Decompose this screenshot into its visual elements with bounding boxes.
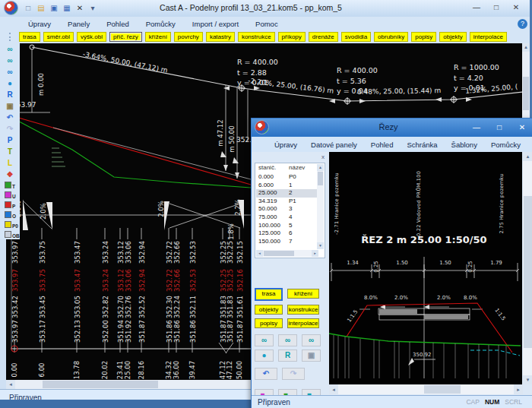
tab-button[interactable]: interpolace <box>470 32 507 42</box>
table-row[interactable]: 125.0006 <box>256 229 317 238</box>
table-row[interactable]: 100.0005 <box>256 222 317 230</box>
layer-ob-icon[interactable]: OB <box>0 229 20 239</box>
layer-p-icon[interactable]: P <box>0 200 20 210</box>
redo-icon[interactable]: ↷ <box>282 368 305 380</box>
tab-button[interactable]: drenáže <box>309 32 338 42</box>
save-icon[interactable]: ▣ <box>49 2 59 14</box>
scroll-up-icon[interactable]: ▲ <box>522 43 530 52</box>
menu-item[interactable]: Šablony <box>445 139 483 150</box>
scroll-thumb[interactable] <box>264 251 294 256</box>
menu-item[interactable]: Pomůcky <box>485 139 527 150</box>
table-row[interactable]: 50.0003 <box>256 205 317 213</box>
points-icon[interactable]: P <box>0 134 20 146</box>
lines-icon[interactable]: L <box>0 157 20 169</box>
scroll-thumb[interactable] <box>424 385 461 394</box>
scroll-thumb[interactable] <box>523 77 529 110</box>
category-button[interactable]: interpolace <box>287 318 319 328</box>
zoom-window-icon[interactable]: ∞ <box>255 334 274 346</box>
app-logo-icon[interactable] <box>4 1 18 15</box>
redo-icon[interactable]: ↷ <box>0 123 20 134</box>
help-icon[interactable]: ? <box>518 19 527 29</box>
section-vertical-scrollbar[interactable]: ▲ ▼ <box>523 152 532 384</box>
menu-item[interactable]: Úpravy <box>268 139 303 150</box>
tab-button[interactable]: svodidla <box>341 32 371 42</box>
section-canvas[interactable]: ŘEZ 2 m 25.00 1:50/50 -2.71 Hranice poze… <box>329 152 522 384</box>
menu-item[interactable]: Pomoc <box>249 18 285 30</box>
new-file-icon[interactable]: □ <box>23 2 33 14</box>
table-row[interactable]: 25.0002 <box>256 189 317 198</box>
undo-icon[interactable]: ↶ <box>255 368 277 380</box>
scroll-up-icon[interactable]: ▲ <box>317 164 324 171</box>
tab-button[interactable]: trasa <box>19 32 40 42</box>
scroll-thumb[interactable] <box>43 381 158 388</box>
scroll-down-icon[interactable]: ▼ <box>523 375 532 384</box>
save-all-icon[interactable]: ▦ <box>62 2 72 14</box>
scroll-left-icon[interactable]: ◂ <box>256 250 263 257</box>
zoom-prev-icon[interactable]: ∞ <box>302 334 321 346</box>
category-button[interactable]: trasa <box>255 288 283 301</box>
zoom-extents-icon[interactable]: ∞ <box>0 55 20 66</box>
scroll-thumb[interactable] <box>524 196 532 348</box>
station-table[interactable]: stanič. název 0.000P0 6.0001 25.0002 34.… <box>255 163 325 258</box>
open-file-icon[interactable]: ▤ <box>36 2 46 14</box>
scroll-right-icon[interactable]: ▸ <box>312 250 318 257</box>
undo-icon[interactable]: ↶ <box>0 112 20 123</box>
maximize-icon[interactable]: □ <box>493 121 505 134</box>
layer-o-icon[interactable]: O <box>0 210 20 220</box>
texts-icon[interactable]: T <box>0 146 20 157</box>
panel-close-icon[interactable]: x <box>319 153 327 161</box>
menu-item[interactable]: Pomůcky <box>139 18 182 30</box>
category-button[interactable]: objekty <box>255 305 283 315</box>
zoom-extents-icon[interactable]: ∞ <box>278 334 297 346</box>
close-icon[interactable]: ✕ <box>509 2 523 14</box>
zoom-prev-icon[interactable]: ∞ <box>0 66 20 77</box>
close-doc-icon[interactable]: ✕ <box>74 2 85 14</box>
tab-button[interactable]: směr.obl <box>43 32 74 42</box>
category-button[interactable]: popisy <box>255 318 283 328</box>
table-horizontal-scrollbar[interactable]: ◂ ▸ <box>256 250 318 257</box>
scroll-up-icon[interactable]: ▲ <box>523 152 532 161</box>
table-row[interactable]: 75.0004 <box>256 213 317 222</box>
minimize-icon[interactable]: — <box>470 2 483 14</box>
close-icon[interactable]: ✕ <box>516 121 528 134</box>
settings-icon[interactable]: ❖ <box>0 169 20 180</box>
scroll-down-icon[interactable]: ▼ <box>317 242 324 249</box>
paste-icon[interactable]: ▣ <box>302 349 321 362</box>
scroll-right-icon[interactable]: ▸ <box>514 384 523 394</box>
scroll-left-icon[interactable]: ◂ <box>6 380 15 389</box>
table-row[interactable]: 0.000P0 <box>256 173 317 182</box>
table-row[interactable]: 150.0007 <box>256 238 317 246</box>
menu-item[interactable]: Pohled <box>365 139 400 150</box>
tab-button[interactable]: katastry <box>206 32 235 42</box>
menu-item[interactable]: Panely <box>61 18 97 30</box>
pan-icon[interactable]: ● <box>0 77 20 89</box>
app-logo-icon[interactable] <box>255 120 269 134</box>
tab-button[interactable]: objekty <box>439 32 466 42</box>
table-vertical-scrollbar[interactable]: ▲ ▼ <box>317 164 324 249</box>
pan-icon[interactable]: ● <box>255 349 274 362</box>
tab-button[interactable]: křížení <box>145 32 171 42</box>
tab-button[interactable]: konstrukce <box>238 32 275 42</box>
maximize-icon[interactable]: □ <box>489 2 503 14</box>
layer-u-icon[interactable]: U <box>0 190 20 200</box>
menu-item[interactable]: Úpravy <box>21 18 58 30</box>
tab-button[interactable]: popisy <box>411 32 436 42</box>
table-row[interactable]: 34.319P1 <box>256 198 317 206</box>
paste-icon[interactable]: ▣ <box>0 100 20 112</box>
tab-button[interactable]: příkopy <box>278 32 306 42</box>
section-horizontal-scrollbar[interactable]: ◂ ▸ <box>329 384 523 394</box>
minimize-icon[interactable]: — <box>470 121 483 134</box>
scroll-thumb[interactable] <box>318 172 323 185</box>
menu-item[interactable]: Schránka <box>401 139 443 150</box>
redraw-icon[interactable]: R <box>0 89 20 100</box>
category-button[interactable]: křížení <box>287 289 319 299</box>
tab-button[interactable]: výšk.obl <box>77 32 106 42</box>
tab-button[interactable]: povrchy <box>174 32 203 42</box>
layer-t-icon[interactable]: T <box>0 180 20 190</box>
menu-item[interactable]: Datové panely <box>305 139 363 150</box>
tab-button[interactable]: příč. řezy <box>109 32 142 42</box>
scroll-left-icon[interactable]: ◂ <box>329 384 338 394</box>
tab-button[interactable]: obrubníky <box>374 32 408 42</box>
menu-item[interactable]: Import / export <box>185 18 245 30</box>
category-button[interactable]: konstrukce <box>287 305 319 315</box>
